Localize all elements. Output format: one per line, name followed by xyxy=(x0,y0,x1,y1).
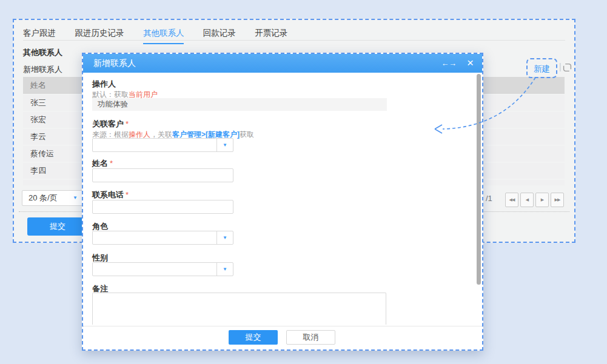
prev-page-button[interactable]: ◀ xyxy=(520,193,534,207)
phone-label: 联系电话* xyxy=(92,190,129,200)
name-input[interactable] xyxy=(92,168,233,182)
customer-hint-p3: ，关联 xyxy=(150,130,172,139)
phone-input[interactable] xyxy=(92,200,233,214)
operator-hint-text: 默认：获取 xyxy=(92,90,129,99)
modal-submit-button[interactable]: 提交 xyxy=(229,330,278,345)
first-page-icon: ◀◀ xyxy=(509,197,515,202)
customer-label-text: 关联客户 xyxy=(92,119,124,128)
customer-hint-p5: 获取 xyxy=(240,130,254,139)
tab-payment-records[interactable]: 回款记录 xyxy=(203,28,236,43)
page: 客户跟进 跟进历史记录 其他联系人 回款记录 开票记录 其他联系人 新增联系人 … xyxy=(0,0,607,364)
refresh-icon[interactable] xyxy=(563,63,572,74)
name-label: 姓名* xyxy=(92,158,113,169)
widget-submit-button[interactable]: 提交 xyxy=(27,217,88,236)
modal-cancel-button[interactable]: 取消 xyxy=(286,330,335,345)
tab-other-contacts[interactable]: 其他联系人 xyxy=(143,28,184,44)
tab-invoice-records[interactable]: 开票记录 xyxy=(255,28,287,43)
tab-bar: 客户跟进 跟进历史记录 其他联系人 回款记录 开票记录 xyxy=(23,27,304,41)
first-page-button[interactable]: ◀◀ xyxy=(505,193,518,207)
remark-textarea[interactable] xyxy=(92,293,386,325)
add-contact-link[interactable]: 新增联系人 xyxy=(23,64,62,75)
chevron-down-icon: ▼ xyxy=(216,231,233,244)
customer-select[interactable]: ▼ xyxy=(92,138,233,152)
next-page-icon: ▶ xyxy=(541,197,543,202)
prev-page-icon: ◀ xyxy=(526,197,528,202)
toolbar-separator: | xyxy=(559,62,562,71)
required-asterisk: * xyxy=(126,119,129,128)
customer-hint-p2: 操作人 xyxy=(129,130,150,139)
close-icon[interactable]: × xyxy=(467,53,474,72)
customer-hint-p4: 客户管理>[新建客户] xyxy=(172,130,240,139)
operator-label: 操作人 xyxy=(92,79,116,90)
expand-icon[interactable]: ← → xyxy=(441,54,455,73)
next-page-button[interactable]: ▶ xyxy=(535,193,549,207)
role-select[interactable]: ▼ xyxy=(92,231,233,245)
name-label-text: 姓名 xyxy=(92,159,108,168)
page-size-select[interactable]: 20 条/页 ▼ xyxy=(22,190,82,206)
section-title: 其他联系人 xyxy=(23,47,62,58)
chevron-down-icon: ▼ xyxy=(216,263,233,276)
modal-scrollbar[interactable] xyxy=(477,74,481,285)
required-asterisk: * xyxy=(110,159,113,168)
page-size-value: 20 条/页 xyxy=(29,193,58,202)
last-page-icon: ▶▶ xyxy=(555,197,560,202)
gender-select[interactable]: ▼ xyxy=(92,262,233,276)
modal-footer-divider xyxy=(83,326,482,326)
chevron-down-icon: ▼ xyxy=(216,139,233,151)
phone-label-text: 联系电话 xyxy=(92,190,124,199)
operator-field[interactable]: 功能体验 xyxy=(92,98,387,111)
new-button-highlight: 新建 xyxy=(526,58,557,78)
last-page-button[interactable]: ▶▶ xyxy=(551,193,564,207)
tab-follow-history[interactable]: 跟进历史记录 xyxy=(75,28,124,43)
page-total-label: /1 xyxy=(486,194,492,203)
tab-divider xyxy=(23,40,565,41)
operator-hint-highlight: 当前用户 xyxy=(129,90,158,99)
modal-header[interactable]: 新增联系人 ← → × xyxy=(83,54,482,73)
modal-title: 新增联系人 xyxy=(93,54,136,73)
add-contact-modal: 新增联系人 ← → × 操作人 默认：获取当前用户 功能体验 关联客户* 来源：… xyxy=(82,53,483,351)
customer-hint-p1: 来源：根据 xyxy=(92,130,129,139)
chevron-down-icon: ▼ xyxy=(73,191,78,205)
new-button[interactable]: 新建 xyxy=(534,64,550,73)
required-asterisk: * xyxy=(126,190,129,199)
customer-label: 关联客户* xyxy=(92,119,129,130)
tab-customer-follow[interactable]: 客户跟进 xyxy=(23,28,56,43)
